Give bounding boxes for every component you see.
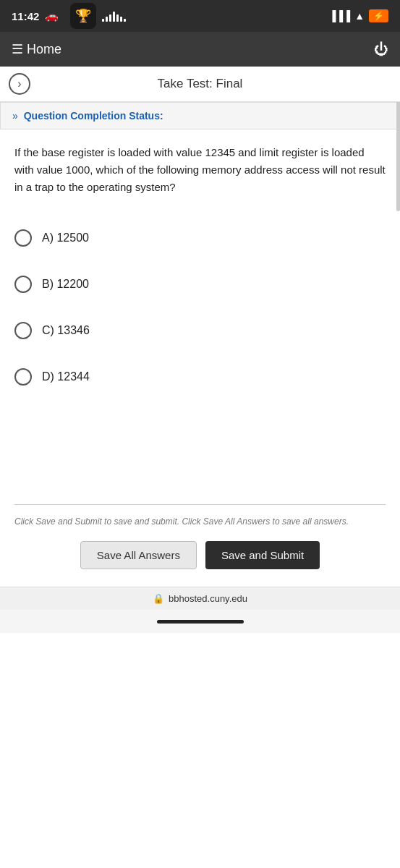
- completion-chevron: »: [12, 110, 18, 122]
- url-text: bbhosted.cuny.edu: [169, 593, 247, 604]
- radio-a[interactable]: [14, 229, 32, 247]
- page-title: Take Test: Final: [158, 77, 243, 91]
- battery-icon: ⚡: [369, 9, 388, 22]
- question-text: If the base register is loaded with valu…: [14, 144, 386, 196]
- option-c-label: C) 13346: [42, 324, 90, 337]
- car-icon: 🚗: [45, 9, 59, 22]
- option-a-label: A) 12500: [42, 231, 89, 244]
- signal-icon: ▐▐▐: [328, 10, 350, 22]
- option-d[interactable]: D) 12344: [14, 357, 386, 397]
- footer-note: Click Save and Submit to save and submit…: [14, 515, 386, 528]
- home-label: Home: [27, 42, 61, 56]
- completion-status-bar[interactable]: » Question Completion Status:: [0, 102, 400, 129]
- option-a[interactable]: A) 12500: [14, 218, 386, 258]
- time-display: 11:42: [12, 10, 39, 22]
- wifi-icon: ▲: [354, 10, 365, 22]
- status-right: ▐▐▐ ▲ ⚡: [328, 9, 388, 22]
- home-indicator: [157, 620, 244, 624]
- radio-c[interactable]: [14, 322, 32, 339]
- bottom-bar: [0, 610, 400, 633]
- main-content: If the base register is loaded with valu…: [0, 129, 400, 505]
- back-button[interactable]: ›: [9, 73, 30, 95]
- app-icon: 🏆: [70, 3, 96, 29]
- hamburger-menu[interactable]: ☰ Home: [12, 41, 61, 57]
- option-c[interactable]: C) 13346: [14, 310, 386, 351]
- footer-section: Click Save and Submit to save and submit…: [0, 505, 400, 587]
- audio-bars: [102, 10, 126, 22]
- option-d-label: D) 12344: [42, 370, 90, 383]
- status-bar: 11:42 🚗 🏆 ▐▐▐ ▲ ⚡: [0, 0, 400, 32]
- app-icon-img: 🏆: [75, 8, 91, 24]
- radio-d[interactable]: [14, 368, 32, 386]
- radio-b[interactable]: [14, 276, 32, 293]
- status-left: 11:42 🚗 🏆: [12, 3, 126, 29]
- nav-bar: ☰ Home ⏻: [0, 32, 400, 67]
- power-button[interactable]: ⏻: [374, 41, 388, 58]
- option-b-label: B) 12200: [42, 278, 89, 291]
- save-and-submit-button[interactable]: Save and Submit: [205, 541, 320, 569]
- lock-icon: 🔒: [153, 593, 164, 604]
- footer-buttons: Save All Answers Save and Submit: [14, 541, 386, 569]
- option-b[interactable]: B) 12200: [14, 264, 386, 305]
- completion-label: Question Completion Status:: [24, 110, 163, 122]
- save-all-answers-button[interactable]: Save All Answers: [80, 541, 197, 569]
- url-bar: 🔒 bbhosted.cuny.edu: [0, 587, 400, 610]
- page-title-bar: › Take Test: Final: [0, 67, 400, 102]
